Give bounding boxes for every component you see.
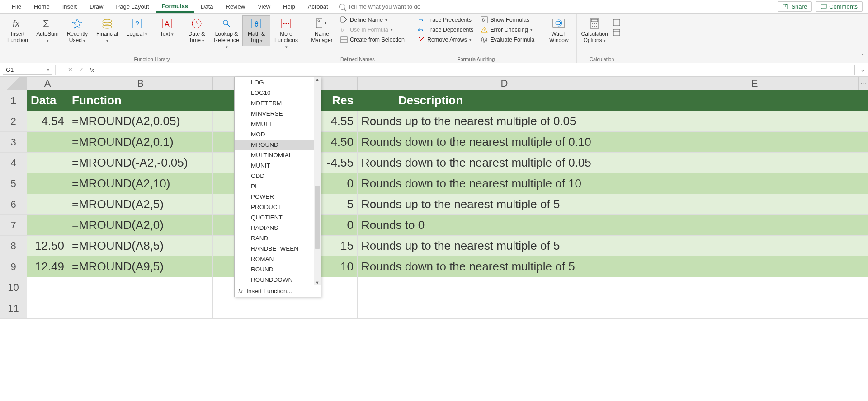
cancel-formula-button[interactable]: ✕ bbox=[66, 66, 74, 73]
watch-window-button[interactable]: Watch Window bbox=[545, 15, 573, 46]
dropdown-item-mdeterm[interactable]: MDETERM bbox=[235, 98, 321, 108]
cell-A5[interactable] bbox=[27, 173, 68, 194]
cell-E6[interactable] bbox=[651, 194, 868, 214]
cell-D3[interactable]: Rounds down to the nearest multiple of 0… bbox=[358, 132, 651, 152]
dropdown-item-randbetween[interactable]: RANDBETWEEN bbox=[235, 243, 321, 254]
cell-B3[interactable]: =MROUND(A2,0.1) bbox=[68, 132, 213, 152]
cell-E4[interactable] bbox=[651, 153, 868, 173]
cell-E5[interactable] bbox=[651, 173, 868, 194]
cell-C11[interactable] bbox=[213, 298, 358, 318]
lookup-button[interactable]: Lookup & Reference ▾ bbox=[212, 15, 241, 52]
insert-function-button[interactable]: fx Insert Function bbox=[4, 15, 32, 46]
error-checking-button[interactable]: Error Checking ▾ bbox=[478, 25, 537, 34]
collapse-ribbon-button[interactable]: ˄ bbox=[861, 53, 864, 60]
col-header-B[interactable]: B bbox=[68, 77, 213, 90]
logical-button[interactable]: ? Logical ▾ bbox=[123, 15, 151, 40]
dropdown-item-mround[interactable]: MROUND bbox=[235, 140, 321, 150]
tab-draw[interactable]: Draw bbox=[83, 1, 109, 12]
cell-B1[interactable]: Function bbox=[68, 90, 213, 111]
row-header-3[interactable]: 3 bbox=[0, 132, 27, 152]
cell-A7[interactable] bbox=[27, 215, 68, 235]
cell-B5[interactable]: =MROUND(A2,10) bbox=[68, 173, 213, 194]
trace-dependents-button[interactable]: Trace Dependents bbox=[415, 25, 476, 34]
dropdown-item-munit[interactable]: MUNIT bbox=[235, 160, 321, 171]
insert-function-menu-item[interactable]: fx Insert Function... bbox=[235, 285, 321, 297]
autosum-button[interactable]: Σ AutoSum ▾ bbox=[33, 15, 61, 46]
cell-A1[interactable]: Data bbox=[27, 90, 68, 111]
cell-B6[interactable]: =MROUND(A2,5) bbox=[68, 194, 213, 214]
create-from-selection-button[interactable]: Create from Selection bbox=[338, 35, 407, 44]
row-header-7[interactable]: 7 bbox=[0, 215, 27, 235]
row-header-5[interactable]: 5 bbox=[0, 173, 27, 194]
cell-B8[interactable]: =MROUND(A8,5) bbox=[68, 236, 213, 256]
cell-E8[interactable] bbox=[651, 236, 868, 256]
cell-A2[interactable]: 4.54 bbox=[27, 111, 68, 131]
cell-A6[interactable] bbox=[27, 194, 68, 214]
tab-data[interactable]: Data bbox=[194, 1, 219, 12]
dropdown-item-pi[interactable]: PI bbox=[235, 181, 321, 191]
row-header-4[interactable]: 4 bbox=[0, 153, 27, 173]
tab-file[interactable]: File bbox=[5, 1, 28, 12]
cell-D9[interactable]: Rounds down to the nearest multiple of 5 bbox=[358, 256, 651, 277]
select-all-corner[interactable] bbox=[0, 77, 27, 90]
cell-D8[interactable]: Rounds up to the nearest multiple of 5 bbox=[358, 236, 651, 256]
financial-button[interactable]: Financial ▾ bbox=[93, 15, 121, 46]
cell-E3[interactable] bbox=[651, 132, 868, 152]
calc-sheet-button[interactable] bbox=[610, 28, 623, 37]
cell-B9[interactable]: =MROUND(A9,5) bbox=[68, 256, 213, 277]
cell-B11[interactable] bbox=[68, 298, 213, 318]
define-name-button[interactable]: Define Name ▾ bbox=[338, 15, 407, 24]
row-header-8[interactable]: 8 bbox=[0, 236, 27, 256]
dropdown-item-log[interactable]: LOG bbox=[235, 77, 321, 88]
cell-A11[interactable] bbox=[27, 298, 68, 318]
more-functions-button[interactable]: More Functions ▾ bbox=[272, 15, 300, 52]
dropdown-item-odd[interactable]: ODD bbox=[235, 171, 321, 181]
calculation-options-button[interactable]: Calculation Options ▾ bbox=[580, 15, 609, 46]
col-header-A[interactable]: A bbox=[27, 77, 68, 90]
cell-D4[interactable]: Rounds down to the nearest multiple of 0… bbox=[358, 153, 651, 173]
scroll-up-icon[interactable]: ▲ bbox=[316, 77, 320, 82]
cell-B2[interactable]: =MROUND(A2,0.05) bbox=[68, 111, 213, 131]
cell-A9[interactable]: 12.49 bbox=[27, 256, 68, 277]
dropdown-item-power[interactable]: POWER bbox=[235, 191, 321, 202]
tab-acrobat[interactable]: Acrobat bbox=[302, 1, 335, 12]
date-time-button[interactable]: Date & Time ▾ bbox=[183, 15, 211, 46]
row-header-6[interactable]: 6 bbox=[0, 194, 27, 214]
name-manager-button[interactable]: Name Manager bbox=[308, 15, 336, 46]
row-header-1[interactable]: 1 bbox=[0, 90, 27, 111]
cell-B10[interactable] bbox=[68, 277, 213, 298]
math-trig-button[interactable]: θ Math & Trig ▾ bbox=[242, 15, 270, 46]
dropdown-item-round[interactable]: ROUND bbox=[235, 264, 321, 275]
dropdown-item-rounddown[interactable]: ROUNDDOWN bbox=[235, 275, 321, 285]
cell-A4[interactable] bbox=[27, 153, 68, 173]
dropdown-item-product[interactable]: PRODUCT bbox=[235, 202, 321, 212]
cell-D11[interactable] bbox=[358, 298, 651, 318]
cell-D5[interactable]: Rounds down to the nearest multiple of 1… bbox=[358, 173, 651, 194]
dropdown-scrollbar[interactable]: ▲ ▼ bbox=[314, 77, 321, 285]
cell-E2[interactable] bbox=[651, 111, 868, 131]
show-formulas-button[interactable]: fxShow Formulas bbox=[478, 15, 537, 24]
cell-A3[interactable] bbox=[27, 132, 68, 152]
scroll-thumb[interactable] bbox=[315, 186, 320, 249]
tab-view[interactable]: View bbox=[251, 1, 277, 12]
tab-formulas[interactable]: Formulas bbox=[156, 1, 195, 13]
tab-review[interactable]: Review bbox=[220, 1, 252, 12]
tab-help[interactable]: Help bbox=[277, 1, 302, 12]
text-button[interactable]: A Text ▾ bbox=[153, 15, 181, 40]
dropdown-item-rand[interactable]: RAND bbox=[235, 233, 321, 243]
fx-button[interactable]: fx bbox=[88, 66, 96, 73]
tell-me-search[interactable]: Tell me what you want to do bbox=[339, 3, 420, 10]
trace-precedents-button[interactable]: Trace Precedents bbox=[415, 15, 476, 24]
calc-now-button[interactable] bbox=[610, 18, 623, 27]
dropdown-item-minverse[interactable]: MINVERSE bbox=[235, 108, 321, 119]
tab-home[interactable]: Home bbox=[28, 1, 56, 12]
recently-used-button[interactable]: Recently Used ▾ bbox=[63, 15, 91, 46]
dropdown-item-log10[interactable]: LOG10 bbox=[235, 88, 321, 98]
dropdown-item-roman[interactable]: ROMAN bbox=[235, 254, 321, 264]
formula-input[interactable] bbox=[99, 65, 855, 75]
cell-E9[interactable] bbox=[651, 256, 868, 277]
remove-arrows-button[interactable]: Remove Arrows ▾ bbox=[415, 35, 476, 44]
cell-E1[interactable] bbox=[651, 90, 868, 111]
cell-D1[interactable]: Description bbox=[358, 90, 651, 111]
row-header-11[interactable]: 11 bbox=[0, 298, 27, 318]
